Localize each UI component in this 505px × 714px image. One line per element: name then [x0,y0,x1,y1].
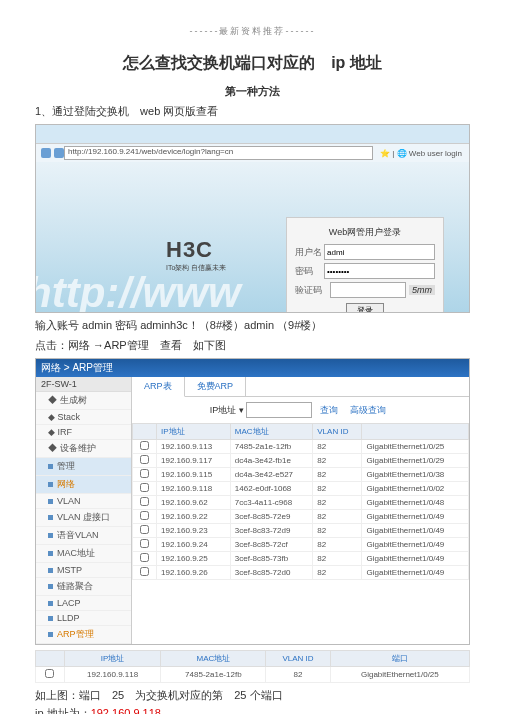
col-header [362,424,469,440]
sidebar: 2F-SW-1 ◆ 生成树◆ Stack◆ IRF◆ 设备维护管理网络VLANV… [36,377,132,644]
back-icon[interactable] [41,148,51,158]
sidebar-item[interactable]: MAC地址 [36,545,131,563]
user-input[interactable] [324,244,435,260]
code-input[interactable] [330,282,406,298]
pwd-label: 密码 [295,265,324,278]
row-checkbox[interactable] [140,553,149,562]
doc-title: 怎么查找交换机端口对应的 ip 地址 [35,53,470,74]
col-header: VLAN ID [313,424,362,440]
as-above: 如上图：端口 25 为交换机对应的第 25 个端口 [35,688,470,703]
result-table: IP地址MAC地址VLAN ID端口 192.160.9.1187485-2a1… [35,650,470,683]
browser-window: http://192.160.9.241/web/device/login?la… [35,124,470,313]
table-row[interactable]: 192.160.9.117dc4a-3e42-fb1e82GigabitEthe… [133,454,469,468]
captcha-img: 5mm [409,285,435,295]
sidebar-item[interactable]: LLDP [36,611,131,626]
sidebar-item[interactable]: LACP [36,596,131,611]
table-row[interactable]: 192.160.9.1181462-e0df-106882GigabitEthe… [133,482,469,496]
address-bar: http://192.160.9.241/web/device/login?la… [36,143,469,162]
col-header: MAC地址 [230,424,313,440]
row-checkbox[interactable] [140,469,149,478]
table-row[interactable]: 192.160.9.243cef-8c85-72cf82GigabitEther… [133,538,469,552]
user-label: 用户名 [295,246,324,259]
method1-title: 第一种方法 [35,84,470,99]
col-header: MAC地址 [161,651,266,667]
device-name: 2F-SW-1 [36,377,131,392]
browser-tabs [36,125,469,143]
http-watermark: http://www [36,269,241,312]
table-row[interactable]: 192.160.9.627cc3-4a11-c96882GigabitEther… [133,496,469,510]
arp-panel: 网络 > ARP管理 2F-SW-1 ◆ 生成树◆ Stack◆ IRF◆ 设备… [35,358,470,645]
account-info: 输入账号 admin 密码 adminh3c！（8#楼）admin （9#楼） [35,318,470,333]
row-checkbox[interactable] [140,441,149,450]
row-checkbox[interactable] [140,539,149,548]
header-line: ------最新资料推荐------ [35,25,470,38]
row-checkbox[interactable] [140,483,149,492]
code-label: 验证码 [295,284,330,297]
table-row[interactable]: 192.160.9.253cef-8c85-73fb82GigabitEther… [133,552,469,566]
h3c-logo: H3C ITo架构 自信赢未来 [166,237,226,273]
col-header [36,651,65,667]
row-checkbox[interactable] [45,669,54,678]
url-input[interactable]: http://192.160.9.241/web/device/login?la… [64,146,373,160]
login-title: Web网管用户登录 [295,226,435,239]
tab-gratuitous[interactable]: 免费ARP [185,377,247,396]
sidebar-item[interactable]: ◆ 设备维护 [36,440,131,458]
tab-arp[interactable]: ARP表 [132,377,185,397]
fwd-icon[interactable] [54,148,64,158]
sidebar-item[interactable]: ARP管理 [36,626,131,644]
col-header: VLAN ID [266,651,330,667]
login-button[interactable]: 登录 [346,303,384,312]
search-label: IP地址 [210,405,237,415]
search-input[interactable] [246,402,312,418]
col-header [133,424,157,440]
sidebar-item[interactable]: MSTP [36,563,131,578]
table-row[interactable]: 192.160.9.223cef-8c85-72e982GigabitEther… [133,510,469,524]
sidebar-item[interactable]: ◆ Stack [36,410,131,425]
table-row[interactable]: 192.160.9.233cef-8c83-72d982GigabitEther… [133,524,469,538]
search-button[interactable]: 查询 [320,405,338,415]
sidebar-item[interactable]: 管理 [36,458,131,476]
click-path: 点击：网络 →ARP管理 查看 如下图 [35,338,470,353]
col-header: IP地址 [64,651,160,667]
row-checkbox[interactable] [140,525,149,534]
adv-search-link[interactable]: 高级查询 [350,405,386,415]
step1-text: 1、通过登陆交换机 web 网页版查看 [35,104,470,119]
ip-line: ip 地址为：192.160.9.118 [35,706,470,714]
tab-row: ARP表 免费ARP [132,377,469,397]
arp-table: IP地址MAC地址VLAN ID 192.160.9.1137485-2a1e-… [132,423,469,580]
sidebar-item[interactable]: 网络 [36,476,131,494]
row-checkbox[interactable] [140,455,149,464]
sidebar-item[interactable]: ◆ 生成树 [36,392,131,410]
col-header: 端口 [330,651,469,667]
row-checkbox[interactable] [140,497,149,506]
row-checkbox[interactable] [140,511,149,520]
col-header: IP地址 [157,424,231,440]
sidebar-item[interactable]: VLAN [36,494,131,509]
login-form: Web网管用户登录 用户名 密码 验证码5mm 登录 [286,217,444,312]
main-panel: ARP表 免费ARP IP地址 ▾ 查询 高级查询 IP地址MAC地址VLAN … [132,377,469,644]
table-row[interactable]: 192.160.9.115dc4a-3e42-e52782GigabitEthe… [133,468,469,482]
table-row[interactable]: 192.160.9.263cef-8c85-72d082GigabitEther… [133,566,469,580]
sidebar-item[interactable]: ◆ IRF [36,425,131,440]
sidebar-item[interactable]: 链路聚合 [36,578,131,596]
table-row[interactable]: 192.160.9.1137485-2a1e-12fb82GigabitEthe… [133,440,469,454]
sidebar-item[interactable]: VLAN 虚接口 [36,509,131,527]
breadcrumb: 网络 > ARP管理 [36,359,469,377]
sidebar-item[interactable]: 语音VLAN [36,527,131,545]
row-checkbox[interactable] [140,567,149,576]
pwd-input[interactable] [324,263,435,279]
login-page: http://www H3C ITo架构 自信赢未来 Web网管用户登录 用户名… [36,162,469,312]
search-toolbar: IP地址 ▾ 查询 高级查询 [132,397,469,423]
